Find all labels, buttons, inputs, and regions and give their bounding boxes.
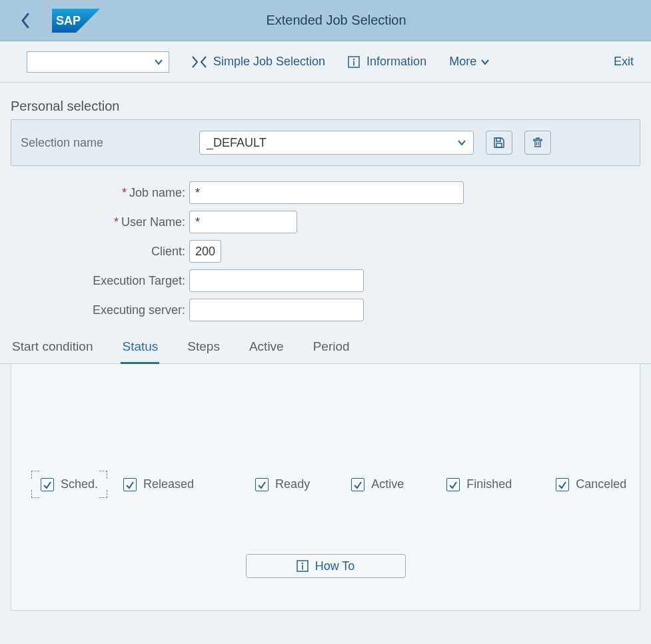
how-to-label: How To — [315, 559, 355, 573]
information-link[interactable]: Information — [348, 55, 426, 69]
simple-job-selection-link[interactable]: Simple Job Selection — [192, 55, 325, 69]
app-header: SAP Extended Job Selection — [0, 0, 651, 41]
app-window: SAP Extended Job Selection Simple Job Se… — [0, 0, 651, 644]
user-name-label: *User Name: — [11, 215, 189, 229]
row-client: Client: — [11, 237, 640, 266]
more-label: More — [449, 55, 476, 69]
status-checkbox-finished[interactable]: Finished — [446, 477, 512, 491]
row-user-name: *User Name: — [11, 207, 640, 237]
execution-target-label: Execution Target: — [11, 274, 189, 288]
exit-label: Exit — [614, 55, 634, 68]
executing-server-input[interactable] — [189, 299, 364, 321]
save-selection-button[interactable] — [486, 131, 512, 155]
status-checkbox-released[interactable]: Released — [123, 477, 194, 491]
execution-target-input[interactable] — [189, 269, 364, 292]
checkbox-icon[interactable] — [556, 478, 569, 491]
tab-start-condition[interactable]: Start condition — [11, 339, 94, 363]
form-area: *Job name: *User Name: Client: Execution… — [0, 166, 651, 330]
back-button[interactable] — [12, 7, 39, 34]
svg-rect-6 — [496, 143, 502, 147]
status-checkbox-canceled[interactable]: Canceled — [556, 477, 626, 491]
chevron-down-icon — [457, 138, 466, 147]
page-title: Extended Job Selection — [100, 13, 572, 28]
personal-selection-panel: Selection name _DEFAULT — [11, 119, 640, 166]
client-input[interactable] — [189, 240, 221, 263]
checkbox-icon[interactable] — [351, 478, 364, 491]
save-icon — [493, 137, 505, 149]
personal-selection-heading: Personal selection — [0, 83, 651, 119]
checkbox-label: Sched. — [61, 477, 98, 491]
chevron-down-icon — [154, 57, 163, 67]
trash-icon — [532, 137, 544, 149]
checkbox-label: Finished — [466, 477, 512, 491]
tab-period[interactable]: Period — [312, 339, 351, 363]
tab-steps[interactable]: Steps — [186, 339, 221, 363]
info-icon — [348, 56, 360, 68]
selection-name-value: _DEFAULT — [207, 136, 267, 150]
tab-active[interactable]: Active — [248, 339, 285, 363]
svg-text:SAP: SAP — [56, 14, 81, 27]
status-checkbox-ready[interactable]: Ready — [255, 477, 310, 491]
svg-point-11 — [301, 563, 303, 564]
svg-rect-4 — [353, 61, 354, 65]
delete-selection-button[interactable] — [524, 131, 551, 155]
executing-server-label: Executing server: — [11, 303, 189, 317]
checkbox-label: Canceled — [576, 477, 626, 491]
svg-rect-7 — [534, 139, 542, 141]
status-checkbox-row: Sched.ReleasedReadyActiveFinishedCancele… — [31, 471, 620, 498]
svg-rect-5 — [496, 138, 500, 141]
row-execution-target: Execution Target: — [11, 266, 640, 295]
chevron-down-icon — [480, 57, 490, 67]
job-name-label: *Job name: — [11, 186, 189, 200]
toolbar-dropdown[interactable] — [27, 51, 169, 73]
row-job-name: *Job name: — [11, 178, 640, 207]
how-to-button[interactable]: How To — [246, 554, 406, 578]
user-name-input[interactable] — [189, 211, 297, 233]
status-checkbox-active[interactable]: Active — [351, 477, 404, 491]
checkbox-label: Ready — [275, 477, 310, 491]
checkbox-icon[interactable] — [123, 478, 137, 491]
status-checkbox-sched[interactable]: Sched. — [41, 477, 98, 491]
execute-icon — [192, 56, 207, 68]
simple-job-selection-label: Simple Job Selection — [213, 55, 325, 69]
exit-link[interactable]: Exit — [614, 55, 634, 69]
svg-point-3 — [353, 58, 354, 59]
information-label: Information — [366, 55, 426, 69]
more-menu[interactable]: More — [449, 55, 490, 69]
svg-rect-12 — [302, 565, 303, 570]
selection-name-combo[interactable]: _DEFAULT — [199, 131, 474, 155]
sap-logo: SAP — [52, 9, 100, 33]
checkbox-label: Active — [371, 477, 404, 491]
checkbox-label: Released — [143, 477, 194, 491]
toolbar: Simple Job Selection Information More Ex… — [0, 41, 651, 83]
client-label: Client: — [11, 245, 189, 259]
chevron-left-icon — [20, 13, 31, 29]
checkbox-icon[interactable] — [446, 478, 460, 491]
status-tab-content: Sched.ReleasedReadyActiveFinishedCancele… — [11, 364, 640, 611]
checkbox-icon[interactable] — [41, 478, 54, 491]
selection-name-label: Selection name — [21, 136, 187, 150]
info-icon — [297, 560, 309, 572]
job-name-input[interactable] — [189, 181, 464, 204]
row-executing-server: Executing server: — [11, 295, 640, 325]
checkbox-icon[interactable] — [255, 478, 269, 491]
tab-strip: Start conditionStatusStepsActivePeriod — [0, 330, 651, 364]
tab-status[interactable]: Status — [121, 339, 159, 364]
